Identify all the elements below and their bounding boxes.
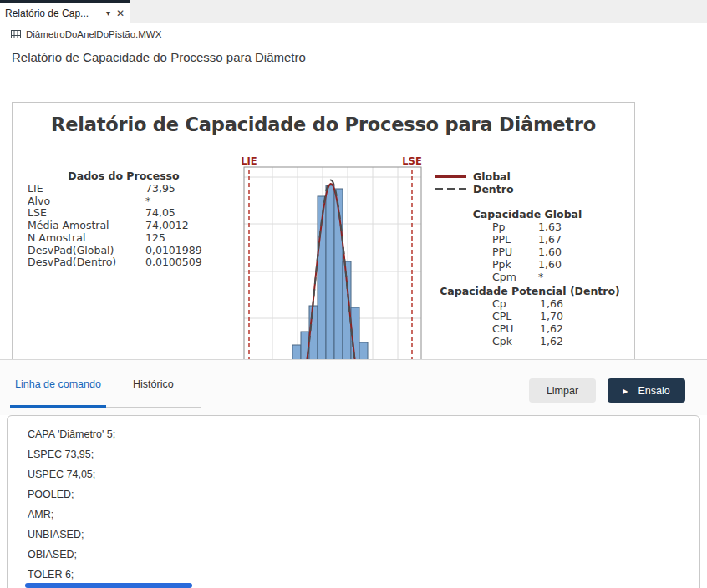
- horizontal-scrollbar[interactable]: [25, 583, 192, 588]
- stat-row: DesvPad(Global)0,0101989: [28, 245, 220, 257]
- stat-row: LIE73,95: [28, 183, 220, 195]
- command-line: AMR;: [28, 504, 699, 525]
- overall-capability-rows: Pp1,63PPL1,67PPU1,60Ppk1,60Cpm*: [435, 220, 619, 283]
- process-data-rows: LIE73,95Alvo*LSE74,05Média Amostral74,00…: [28, 183, 220, 269]
- legend-label: Dentro: [473, 183, 513, 195]
- solid-line-swatch: [435, 175, 466, 178]
- worksheet-link[interactable]: DiâmetroDoAnelDoPistão.MWX: [11, 29, 161, 39]
- document-tab-bar: Relatório de Cap... ▾ ✕: [0, 0, 707, 23]
- overall-capability-title: Capacidade Global: [435, 208, 619, 220]
- stat-row: PPL1,67: [435, 233, 619, 246]
- run-button-label: Ensaio: [638, 385, 669, 397]
- worksheet-grid-icon: [11, 29, 21, 39]
- stat-row: LSE74,05: [28, 207, 220, 220]
- stat-row: Média Amostral74,0012: [28, 220, 220, 232]
- command-toolbar: Linha de comando Histórico Limpar ▶ Ensa…: [0, 359, 707, 415]
- command-line: OBIASED;: [28, 545, 699, 565]
- stat-row: Cp1,66: [435, 297, 624, 310]
- process-data-title: Dados do Processo: [28, 170, 220, 182]
- svg-text:LSE: LSE: [402, 155, 422, 167]
- chevron-down-icon[interactable]: ▾: [106, 8, 110, 18]
- chart-legend: Global Dentro: [435, 170, 513, 195]
- close-icon[interactable]: ✕: [116, 8, 125, 19]
- report-title: Relatório de Capacidade do Processo para…: [13, 114, 634, 135]
- within-capability-title: Capacidade Potencial (Dentro): [435, 285, 624, 297]
- app-window: Relatório de Cap... ▾ ✕ DiâmetroDoAnelDo…: [0, 0, 707, 588]
- stat-row: N Amostral125: [28, 232, 220, 245]
- stat-row: Ppk1,60: [435, 258, 619, 271]
- legend-item-global: Global: [435, 170, 513, 183]
- command-line: UNBIASED;: [28, 525, 699, 545]
- legend-item-dentro: Dentro: [435, 183, 513, 195]
- header-divider: [0, 74, 707, 74]
- overall-capability-panel: Capacidade Global Pp1,63PPL1,67PPU1,60Pp…: [435, 208, 619, 283]
- run-button[interactable]: ▶ Ensaio: [608, 378, 685, 403]
- within-capability-panel: Capacidade Potencial (Dentro) Cp1,66CPL1…: [435, 285, 624, 347]
- dashed-line-swatch: [435, 188, 466, 190]
- command-line: TOLER 6;: [28, 565, 699, 585]
- stat-row: Cpk1,62: [435, 335, 624, 347]
- command-line: LSPEC 73,95;: [28, 444, 699, 464]
- clear-button-label: Limpar: [547, 385, 578, 397]
- capability-report-card: Relatório de Capacidade do Processo para…: [12, 102, 635, 359]
- stat-row: Alvo*: [28, 195, 220, 208]
- process-data-panel: Dados do Processo LIE73,95Alvo*LSE74,05M…: [28, 170, 220, 269]
- legend-label: Global: [473, 170, 511, 183]
- command-line: USPEC 74,05;: [28, 464, 699, 484]
- svg-text:LIE: LIE: [241, 155, 257, 167]
- stat-row: Cpm*: [435, 271, 619, 283]
- report-document-tab[interactable]: Relatório de Cap... ▾ ✕: [0, 0, 130, 23]
- tab-history[interactable]: Histórico: [133, 378, 174, 390]
- page-title: Relatório de Capacidade do Processo para…: [12, 50, 306, 64]
- command-line: POOLED;: [28, 484, 699, 504]
- stat-row: CPL1,70: [435, 310, 624, 322]
- tab-title: Relatório de Cap...: [5, 8, 103, 19]
- stat-row: DesvPad(Dentro)0,0100509: [28, 256, 220, 269]
- report-canvas: Relatório de Capacidade do Processo para…: [12, 102, 637, 359]
- stat-row: PPU1,60: [435, 246, 619, 258]
- active-tab-indicator: [10, 405, 106, 408]
- command-lines: CAPA 'Diâmetro' 5;LSPEC 73,95;USPEC 74,0…: [28, 424, 699, 585]
- stat-row: CPU1,62: [435, 322, 624, 335]
- worksheet-name: DiâmetroDoAnelDoPistão.MWX: [26, 29, 161, 39]
- command-line: CAPA 'Diâmetro' 5;: [28, 424, 699, 444]
- command-input-area[interactable]: CAPA 'Diâmetro' 5;LSPEC 73,95;USPEC 74,0…: [7, 415, 700, 588]
- play-icon: ▶: [623, 388, 628, 395]
- stat-row: Pp1,63: [435, 220, 619, 233]
- clear-button[interactable]: Limpar: [529, 378, 596, 403]
- within-capability-rows: Cp1,66CPL1,70CPU1,62Cpk1,62: [435, 297, 624, 347]
- tab-command-line[interactable]: Linha de comando: [15, 378, 101, 390]
